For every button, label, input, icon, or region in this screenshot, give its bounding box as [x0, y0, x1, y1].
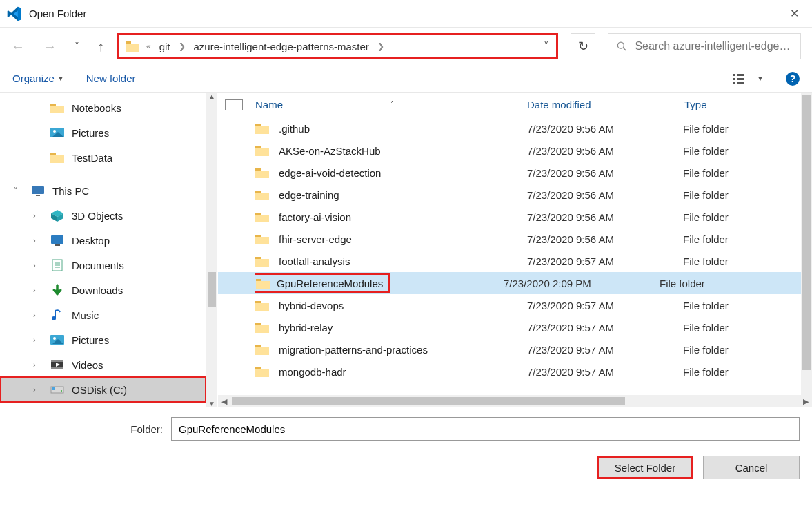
tree-item-label: OSDisk (C:) — [72, 384, 127, 396]
tree-item-pictures[interactable]: Pictures — [0, 120, 206, 145]
breadcrumb-item[interactable]: git — [158, 39, 172, 54]
tree-item-3d-objects[interactable]: ›3D Objects — [0, 203, 206, 228]
tree-item-videos[interactable]: ›Videos — [0, 352, 206, 377]
file-row[interactable]: edge-training7/23/2020 9:56 AMFile folde… — [218, 184, 812, 206]
horizontal-scrollbar[interactable]: ◀ ▶ — [218, 395, 812, 407]
refresh-button[interactable]: ↻ — [571, 33, 595, 59]
folder-icon — [50, 101, 65, 115]
file-row[interactable]: GpuReferenceModules7/23/2020 2:09 PMFile… — [218, 272, 812, 294]
file-row[interactable]: factory-ai-vision7/23/2020 9:56 AMFile f… — [218, 206, 812, 228]
chevron-right-icon[interactable]: ❯ — [179, 41, 186, 51]
address-bar[interactable]: « git ❯ azure-intelligent-edge-patterns-… — [117, 33, 558, 59]
file-date: 7/23/2020 9:56 AM — [527, 233, 683, 245]
select-folder-button[interactable]: Select Folder — [597, 456, 693, 479]
file-type: File folder — [683, 145, 812, 157]
scrollbar-thumb[interactable] — [232, 397, 625, 405]
tree-item-downloads[interactable]: ›Downloads — [0, 278, 206, 302]
file-date: 7/23/2020 9:57 AM — [527, 256, 683, 267]
folder-icon — [255, 321, 269, 334]
expand-icon[interactable]: › — [33, 286, 43, 294]
tree-item-notebooks[interactable]: Notebooks — [0, 95, 206, 120]
tree-item-this-pc[interactable]: ˅This PC — [0, 178, 206, 203]
help-button[interactable]: ? — [786, 72, 800, 86]
cancel-button[interactable]: Cancel — [703, 456, 800, 479]
folder-icon — [255, 299, 269, 311]
scrollbar-thumb[interactable] — [208, 272, 216, 307]
footer: Folder: Select Folder Cancel — [0, 407, 812, 479]
back-button[interactable]: ← — [11, 39, 25, 53]
folder-icon — [255, 211, 269, 223]
expand-icon[interactable]: › — [33, 236, 43, 244]
new-folder-button[interactable]: New folder — [86, 73, 136, 84]
vscode-logo-icon — [7, 6, 22, 21]
file-row[interactable]: mongodb-hadr7/23/2020 9:57 AMFile folder — [218, 360, 812, 383]
expand-icon[interactable]: › — [33, 336, 43, 344]
recent-locations-button[interactable]: ˅ — [75, 41, 79, 51]
file-row[interactable]: AKSe-on-AzStackHub7/23/2020 9:56 AMFile … — [218, 139, 812, 162]
svg-rect-49 — [255, 215, 269, 222]
organize-menu[interactable]: Organize ▼ — [12, 73, 64, 84]
up-button[interactable]: ↑ — [97, 39, 104, 53]
file-date: 7/23/2020 9:57 AM — [527, 366, 683, 378]
column-headers: Name ˄ Date modified Type — [218, 93, 812, 117]
column-header-name[interactable]: Name ˄ — [255, 99, 527, 110]
tree-item-music[interactable]: ›Music — [0, 302, 206, 327]
folder-icon — [255, 122, 269, 135]
folder-icon — [255, 144, 269, 157]
file-row[interactable]: fhir-server-edge7/23/2020 9:56 AMFile fo… — [218, 228, 812, 250]
folder-icon — [126, 40, 139, 52]
folder-name-input[interactable] — [171, 417, 800, 441]
search-box[interactable] — [608, 33, 801, 59]
address-history-button[interactable]: ˅ — [544, 40, 549, 52]
file-type: File folder — [683, 167, 812, 179]
music-icon — [50, 308, 65, 322]
tree-item-testdata[interactable]: TestData — [0, 145, 206, 170]
expand-icon[interactable]: › — [33, 211, 43, 220]
view-options-button[interactable]: ▼ — [733, 73, 764, 85]
file-name: edge-ai-void-detection — [279, 167, 527, 179]
svg-rect-47 — [255, 193, 269, 200]
svg-rect-17 — [32, 186, 44, 194]
select-all-checkbox[interactable] — [225, 99, 243, 110]
file-date: 7/23/2020 9:57 AM — [527, 300, 683, 311]
scroll-left-icon[interactable]: ◀ — [218, 397, 230, 406]
tree-item-osdisk-c-[interactable]: ›OSDisk (C:) — [0, 377, 206, 402]
tree-item-desktop[interactable]: ›Desktop — [0, 228, 206, 253]
videos-icon — [50, 358, 65, 372]
column-header-type[interactable]: Type — [684, 99, 812, 110]
close-button[interactable]: ✕ — [783, 7, 805, 20]
file-row[interactable]: .github7/23/2020 9:56 AMFile folder — [218, 117, 812, 139]
scroll-right-icon[interactable]: ▶ — [800, 397, 812, 406]
file-name: footfall-analysis — [279, 256, 527, 267]
drive-icon — [50, 383, 65, 396]
expand-icon[interactable]: ˅ — [14, 186, 23, 195]
expand-icon[interactable]: › — [33, 385, 43, 394]
file-row[interactable]: hybrid-relay7/23/2020 9:57 AMFile folder — [218, 316, 812, 338]
column-header-date[interactable]: Date modified — [527, 99, 684, 110]
search-input[interactable] — [633, 39, 792, 53]
vertical-scrollbar[interactable] — [801, 93, 812, 395]
file-row[interactable]: hybrid-devops7/23/2020 9:57 AMFile folde… — [218, 294, 812, 316]
tree-item-pictures[interactable]: ›Pictures — [0, 327, 206, 352]
expand-icon[interactable]: › — [33, 360, 43, 369]
tree-item-documents[interactable]: ›Documents — [0, 253, 206, 278]
expand-icon[interactable]: › — [33, 311, 43, 319]
pc-icon — [30, 184, 46, 197]
breadcrumb-item[interactable]: azure-intelligent-edge-patterns-master — [192, 39, 370, 54]
navigation-row: ← → ˅ ↑ « git ❯ azure-intelligent-edge-p… — [0, 28, 812, 65]
svg-rect-8 — [733, 82, 735, 84]
file-type: File folder — [683, 322, 812, 334]
pictures-icon — [50, 333, 65, 347]
svg-rect-18 — [36, 195, 40, 196]
file-row[interactable]: footfall-analysis7/23/2020 9:57 AMFile f… — [218, 250, 812, 272]
chevron-right-icon[interactable]: ❯ — [377, 41, 384, 51]
forward-button[interactable]: → — [43, 39, 57, 53]
scrollbar-thumb[interactable] — [802, 95, 811, 370]
tree-scrollbar[interactable]: ▲ ▼ — [206, 93, 217, 407]
file-row[interactable]: migration-patterns-and-practices7/23/202… — [218, 338, 812, 360]
file-row[interactable]: edge-ai-void-detection7/23/2020 9:56 AMF… — [218, 162, 812, 184]
tree-item-label: Pictures — [72, 127, 109, 139]
expand-icon[interactable]: › — [33, 261, 43, 269]
file-type: File folder — [683, 256, 812, 267]
file-type: File folder — [683, 366, 812, 378]
